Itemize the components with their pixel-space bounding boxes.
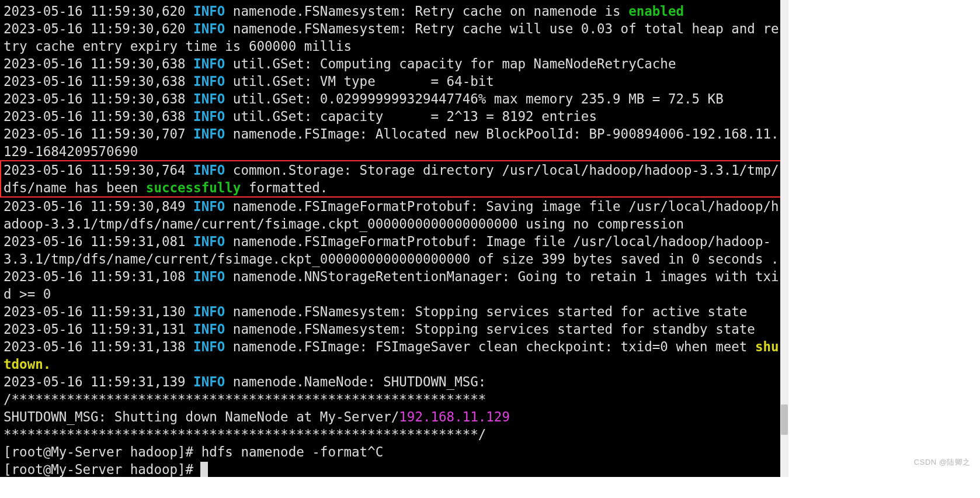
shell-prompt: [root@My-Server hadoop]# hdfs namenode -… (4, 444, 383, 459)
highlighted-log-line: 2023-05-16 11:59:30,764 INFO common.Stor… (0, 160, 783, 198)
log-line: 2023-05-16 11:59:30,638 INFO util.GSet: … (4, 56, 676, 71)
shutdown-bar: ****************************************… (4, 427, 486, 442)
log-line: 2023-05-16 11:59:31,138 INFO namenode.FS… (4, 339, 779, 372)
scroll-thumb[interactable] (781, 404, 788, 435)
log-line: 2023-05-16 11:59:31,131 INFO namenode.FS… (4, 321, 755, 337)
log-line: 2023-05-16 11:59:31,108 INFO namenode.NN… (4, 269, 779, 302)
scrollbar[interactable] (780, 0, 788, 477)
log-line: 2023-05-16 11:59:30,620 INFO namenode.FS… (4, 4, 684, 19)
terminal-output[interactable]: 2023-05-16 11:59:30,620 INFO namenode.FS… (0, 0, 780, 477)
shutdown-msg: SHUTDOWN_MSG: Shutting down NameNode at … (4, 409, 510, 424)
log-line: 2023-05-16 11:59:30,620 INFO namenode.FS… (4, 21, 779, 54)
ip-address: 192.168.11.129 (399, 409, 510, 424)
log-line: 2023-05-16 11:59:30,849 INFO namenode.FS… (4, 199, 779, 231)
log-line: 2023-05-16 11:59:30,707 INFO namenode.FS… (4, 126, 779, 159)
watermark: CSDN @陆卿之 (914, 457, 971, 468)
log-line: 2023-05-16 11:59:31,139 INFO namenode.Na… (4, 374, 494, 389)
log-line: 2023-05-16 11:59:31,081 INFO namenode.FS… (4, 234, 779, 267)
shutdown-bar: /***************************************… (4, 392, 486, 407)
log-line: 2023-05-16 11:59:30,638 INFO util.GSet: … (4, 74, 494, 89)
log-line: 2023-05-16 11:59:30,638 INFO util.GSet: … (4, 91, 724, 106)
shell-prompt[interactable]: [root@My-Server hadoop]# (4, 462, 208, 477)
log-line: 2023-05-16 11:59:31,130 INFO namenode.FS… (4, 304, 747, 319)
log-line: 2023-05-16 11:59:30,638 INFO util.GSet: … (4, 109, 597, 124)
command-text: hdfs namenode -format^C (201, 444, 384, 459)
cursor-icon (200, 462, 208, 477)
